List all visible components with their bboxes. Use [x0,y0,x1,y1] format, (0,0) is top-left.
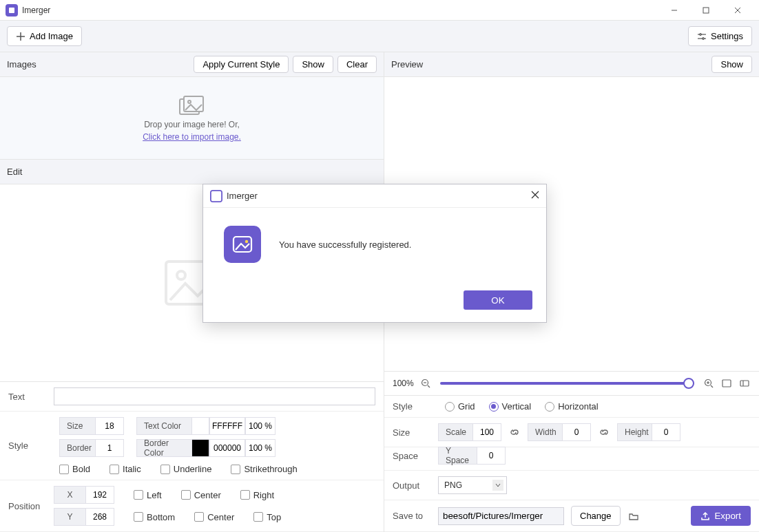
images-placeholder-icon [178,95,206,117]
output-select[interactable]: PNG [438,476,507,494]
bold-checkbox[interactable]: Bold [59,464,90,474]
border-color-opacity-input[interactable] [245,439,275,457]
zoom-in-icon[interactable] [703,377,715,390]
height-label: Height [617,423,652,441]
preview-header-label: Preview [391,59,423,70]
export-icon [700,511,710,521]
edit-header: Edit [0,160,384,184]
scale-input[interactable] [472,423,501,441]
zoom-bar: 100% [384,371,759,396]
text-color-input[interactable] [209,417,245,435]
y-label: Y [54,508,85,526]
x-input[interactable] [85,486,114,504]
close-window-button[interactable] [722,0,753,21]
text-color-opacity-input[interactable] [245,417,275,435]
settings-label: Settings [711,31,743,41]
zoom-knob[interactable] [683,378,694,389]
align-left-checkbox[interactable]: Left [134,490,162,500]
drop-text: Drop your image here! Or, [144,120,240,129]
height-input[interactable] [652,423,680,441]
show-preview-button[interactable]: Show [711,56,752,73]
svg-line-17 [428,385,430,387]
strikethrough-checkbox[interactable]: Strikethrough [231,464,297,474]
align-top-checkbox[interactable]: Top [253,512,281,522]
border-label: Border [59,439,95,457]
align-right-checkbox[interactable]: Right [240,490,274,500]
layout-style-label: Style [393,401,431,412]
border-input[interactable] [95,439,124,457]
drop-area[interactable]: Drop your image here! Or, Click here to … [0,77,384,160]
vertical-radio[interactable]: Vertical [489,401,532,412]
app-icon [6,4,18,17]
zoom-pct: 100% [393,379,414,388]
zoom-out-icon[interactable] [419,377,432,390]
yspace-label: Y Space [438,447,477,465]
text-input[interactable] [54,387,375,405]
align-bottom-checkbox[interactable]: Bottom [134,512,175,522]
minimize-button[interactable] [658,0,690,21]
yspace-input[interactable] [477,447,506,465]
export-button[interactable]: Export [691,506,751,526]
align-vcenter-checkbox[interactable]: Center [194,512,234,522]
change-button[interactable]: Change [571,506,621,526]
horizontal-radio[interactable]: Horizontal [545,401,599,412]
border-color-swatch[interactable] [191,439,209,457]
x-label: X [54,486,85,504]
apply-style-button[interactable]: Apply Current Style [194,56,289,73]
text-color-swatch[interactable] [191,417,209,435]
underline-checkbox[interactable]: Underline [160,464,212,474]
edit-header-label: Edit [7,167,22,177]
add-image-button[interactable]: Add Image [7,26,82,46]
edit-preview [0,184,384,381]
chevron-down-icon [492,480,503,491]
italic-checkbox[interactable]: Italic [110,464,141,474]
settings-button[interactable]: Settings [688,26,752,46]
svg-rect-0 [9,8,14,13]
output-value: PNG [444,480,462,490]
size-input[interactable] [95,417,124,435]
grid-radio[interactable]: Grid [445,401,475,412]
preview-header: Preview Show [384,52,759,77]
image-placeholder-icon [163,259,221,307]
style-label: Style [8,440,47,451]
width-label: Width [528,423,562,441]
show-images-button[interactable]: Show [293,56,333,73]
saveto-label: Save to [393,511,431,521]
preview-body [384,77,759,371]
size-label: Size [59,417,95,435]
actual-size-icon[interactable] [738,377,751,390]
svg-rect-2 [703,8,709,13]
main-toolbar: Add Image Settings [0,21,759,52]
border-color-input[interactable] [209,439,245,457]
maximize-button[interactable] [690,0,722,21]
output-label: Output [393,480,431,491]
border-color-label: Border Color [136,439,191,457]
plus-icon [16,32,25,41]
zoom-slider[interactable] [440,382,694,385]
svg-rect-24 [740,381,749,386]
sliders-icon [697,32,707,41]
space-label: Space [393,451,431,461]
position-label: Position [8,501,47,511]
link-wh-icon[interactable] [598,426,610,438]
preview-size-label: Size [393,427,431,438]
open-folder-icon[interactable] [627,510,640,522]
text-label: Text [8,392,47,402]
width-input[interactable] [562,423,591,441]
clear-images-button[interactable]: Clear [337,56,377,73]
svg-rect-23 [722,380,731,387]
scale-label: Scale [438,423,472,441]
svg-point-15 [177,271,185,279]
images-header-label: Images [7,59,37,70]
text-color-label: Text Color [136,417,191,435]
saveto-input[interactable] [438,507,564,525]
images-header: Images Apply Current Style Show Clear [0,52,384,77]
title-bar: Imerger [0,0,759,21]
import-link[interactable]: Click here to import image. [143,132,241,142]
fit-screen-icon[interactable] [720,377,733,390]
link-scale-icon[interactable] [508,426,521,438]
y-input[interactable] [85,508,114,526]
align-hcenter-checkbox[interactable]: Center [181,490,221,500]
add-image-label: Add Image [30,31,73,41]
app-title: Imerger [22,6,50,15]
